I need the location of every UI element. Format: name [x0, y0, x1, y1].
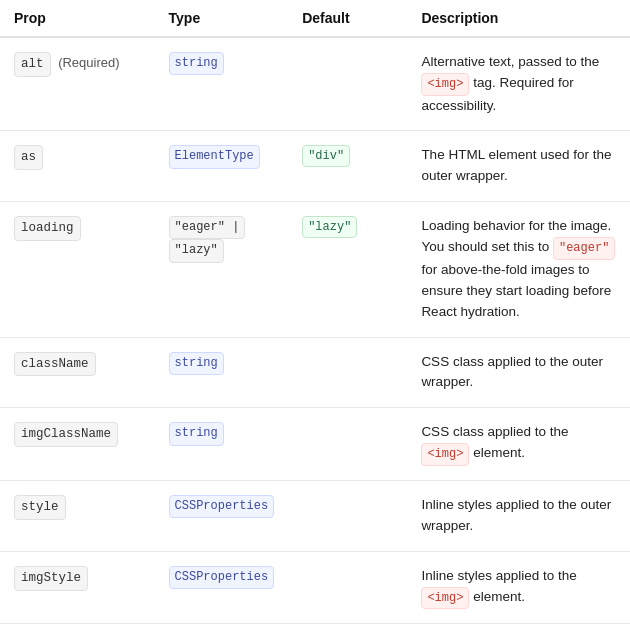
table-row: classNamestringCSS class applied to the … [0, 337, 630, 408]
type-code: CSSProperties [169, 495, 275, 518]
prop-description-cell: Background color applied to the wrapper. [407, 624, 630, 632]
prop-type-cell: CSSProperties [155, 480, 289, 551]
prop-name-code: loading [14, 216, 81, 241]
prop-name-code: imgClassName [14, 422, 118, 447]
table-row: imgStyleCSSPropertiesInline styles appli… [0, 551, 630, 624]
type-code: string [169, 422, 224, 445]
prop-name-cell: style [0, 480, 155, 551]
prop-description-cell: Inline styles applied to the <img> eleme… [407, 551, 630, 624]
desc-code: <img> [421, 73, 469, 96]
prop-name-cell: className [0, 337, 155, 408]
prop-default-cell [288, 337, 407, 408]
prop-default-cell [288, 480, 407, 551]
prop-name-code: imgStyle [14, 566, 88, 591]
prop-name-cell: imgClassName [0, 408, 155, 481]
prop-type-cell: string [155, 408, 289, 481]
prop-type-cell: "eager" |"lazy" [155, 202, 289, 337]
type-code: string [169, 52, 224, 75]
prop-name-cell: loading [0, 202, 155, 337]
prop-name-code: className [14, 352, 96, 377]
prop-description-cell: Inline styles applied to the outer wrapp… [407, 480, 630, 551]
table-row: imgClassNamestringCSS class applied to t… [0, 408, 630, 481]
table-header-row: Prop Type Default Description [0, 0, 630, 37]
header-default: Default [288, 0, 407, 37]
prop-name-cell: as [0, 131, 155, 202]
header-description: Description [407, 0, 630, 37]
prop-description-cell: CSS class applied to the outer wrapper. [407, 337, 630, 408]
header-prop: Prop [0, 0, 155, 37]
desc-code: <img> [421, 443, 469, 466]
prop-type-cell: ElementType [155, 131, 289, 202]
prop-name-code: as [14, 145, 43, 170]
prop-default-cell: transparent [288, 624, 407, 632]
prop-type-cell: string [155, 624, 289, 632]
table-row: backgroundColorstringtransparentBackgrou… [0, 624, 630, 632]
desc-code: "eager" [553, 237, 615, 260]
default-value: "lazy" [302, 216, 357, 238]
type-code: CSSProperties [169, 566, 275, 589]
type-code: "lazy" [169, 239, 224, 262]
prop-name-cell: backgroundColor [0, 624, 155, 632]
type-code: string [169, 352, 224, 375]
header-type: Type [155, 0, 289, 37]
prop-name-code: style [14, 495, 66, 520]
default-value: "div" [302, 145, 350, 167]
table-row: styleCSSPropertiesInline styles applied … [0, 480, 630, 551]
prop-default-cell [288, 551, 407, 624]
prop-default-cell: "div" [288, 131, 407, 202]
type-code: "eager" | [169, 216, 246, 239]
type-code: ElementType [169, 145, 260, 168]
prop-name-cell: alt (Required) [0, 37, 155, 131]
desc-code: <img> [421, 587, 469, 610]
prop-type-cell: string [155, 337, 289, 408]
props-table: Prop Type Default Description alt (Requi… [0, 0, 630, 632]
prop-type-cell: CSSProperties [155, 551, 289, 624]
prop-description-cell: Alternative text, passed to the <img> ta… [407, 37, 630, 131]
prop-default-cell [288, 37, 407, 131]
table-row: loading"eager" |"lazy""lazy"Loading beha… [0, 202, 630, 337]
prop-required-label: (Required) [55, 55, 120, 70]
props-table-container: Prop Type Default Description alt (Requi… [0, 0, 630, 632]
prop-type-cell: string [155, 37, 289, 131]
prop-name-code: alt [14, 52, 51, 77]
prop-description-cell: CSS class applied to the <img> element. [407, 408, 630, 481]
table-row: asElementType"div"The HTML element used … [0, 131, 630, 202]
prop-description-cell: The HTML element used for the outer wrap… [407, 131, 630, 202]
prop-default-cell: "lazy" [288, 202, 407, 337]
table-row: alt (Required)stringAlternative text, pa… [0, 37, 630, 131]
prop-description-cell: Loading behavior for the image. You shou… [407, 202, 630, 337]
prop-default-cell [288, 408, 407, 481]
prop-name-cell: imgStyle [0, 551, 155, 624]
